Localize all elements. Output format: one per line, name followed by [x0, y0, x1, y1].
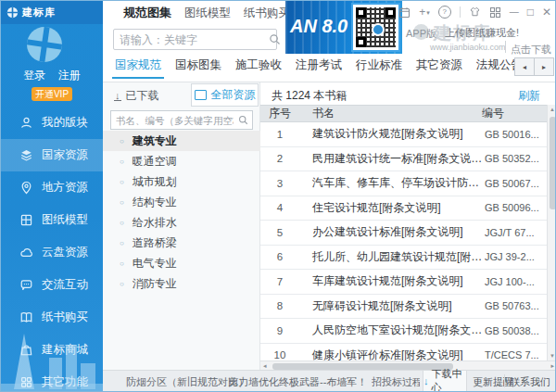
search-icon[interactable]	[269, 33, 281, 45]
tab-construction-acceptance[interactable]: 施工验收	[235, 57, 282, 79]
row-no: 8	[260, 300, 299, 311]
book-search-input[interactable]	[111, 115, 238, 126]
table-row[interactable]: 3汽车库、修车库、停车场设计防火规范[附条文说明]GB 50067...	[260, 171, 547, 196]
nav-tab-scroller: ◂ ▸	[514, 57, 554, 76]
tab-standards-atlas[interactable]: 规范图集	[123, 5, 171, 21]
sidebar-item-community[interactable]: 交流互动	[1, 269, 103, 301]
sidebar-item-label: 交流互动	[42, 277, 88, 293]
notice-link[interactable]: 剪力墙优化终极武器--布墙军！	[228, 375, 367, 389]
tab-drawing-models[interactable]: 图纸模型	[184, 6, 231, 21]
sidebar-item-drawing-models[interactable]: 图纸模型	[1, 204, 103, 236]
maximize-button[interactable]: □	[527, 6, 534, 18]
category-hvac[interactable]: ○暖通空调	[103, 151, 260, 171]
blueprint-icon	[19, 213, 34, 228]
table-row[interactable]: 7车库建筑设计规范[附条文说明]JGJ 100-...	[260, 270, 547, 295]
scroll-right-icon[interactable]: ▸	[550, 362, 554, 370]
skin-icon[interactable]	[469, 6, 481, 19]
tab-national-standards[interactable]: 国家规范	[115, 57, 161, 79]
tab-registration-exam[interactable]: 注册考试	[296, 57, 342, 79]
vertical-scrollbar[interactable]: ▲ ▼	[547, 105, 556, 360]
table-row[interactable]: 5办公建筑设计标准[附条文说明]JGJ/T 67...	[260, 221, 547, 246]
row-name: 汽车库、修车库、停车场设计防火规范[附条文说明]	[299, 175, 485, 191]
table-row[interactable]: 9人民防空地下室设计规范[附条文说明]GB 50038...	[260, 319, 547, 344]
scrollbar-thumb[interactable]	[272, 363, 453, 370]
row-code: JGJ 39-2...	[485, 251, 546, 262]
category-structure[interactable]: ○结构专业	[103, 192, 260, 212]
table-row[interactable]: 1建筑设计防火规范[附条文说明]GB 50016...	[260, 122, 547, 147]
category-architecture[interactable]: ○建筑专业	[103, 131, 260, 151]
refresh-link[interactable]: 刷新	[518, 88, 540, 104]
vip-button[interactable]: 开通VIP	[32, 87, 72, 101]
scroll-down-icon[interactable]: ▼	[548, 353, 556, 359]
tab-industry-standards[interactable]: 行业标准	[356, 57, 402, 79]
download-center-button[interactable]: ↓ 下载中心	[423, 371, 467, 391]
row-no: 3	[260, 178, 299, 189]
tab-paper-purchase[interactable]: 纸书购买	[244, 6, 290, 21]
login-link[interactable]: 登录	[23, 69, 45, 82]
add-dropdown-icon[interactable]: +▾	[419, 6, 430, 18]
main-search-input[interactable]	[114, 33, 269, 46]
tab-next-icon[interactable]: ▸	[535, 57, 554, 76]
table-row[interactable]: 6托儿所、幼儿园建筑设计规范[附条文说明]（2019年...JGJ 39-2..…	[260, 246, 547, 271]
qr-code	[351, 3, 400, 52]
cloud-icon	[19, 246, 34, 260]
sidebar-item-label: 纸书购买	[42, 310, 88, 325]
auth-links: 登录 注册	[1, 68, 103, 83]
sidebar-item-cloud-resources[interactable]: 云盘资源	[1, 236, 103, 269]
close-button[interactable]: ✕	[542, 6, 551, 18]
search-icon[interactable]	[238, 115, 248, 125]
table-body: 1建筑设计防火规范[附条文说明]GB 50016... 2民用建筑设计统一标准[…	[260, 122, 547, 368]
sidebar-item-my-section[interactable]: 我的版块	[1, 107, 103, 139]
category-roads-bridges[interactable]: ○道路桥梁	[103, 233, 260, 253]
table-row[interactable]: 4住宅设计规范[附条文说明]GB 50096...	[260, 196, 547, 221]
tab-national-atlas[interactable]: 国标图集	[175, 57, 221, 79]
help-icon[interactable]: ?	[438, 6, 451, 19]
sidebar-item-label: 其它功能	[42, 374, 88, 390]
register-link[interactable]: 注册	[58, 69, 81, 82]
category-label: 电气专业	[133, 256, 177, 272]
tab-prev-icon[interactable]: ◂	[514, 57, 535, 76]
app-title: 建标库	[22, 6, 56, 19]
sidebar-item-local-resources[interactable]: 地方资源	[1, 171, 103, 204]
downloaded-tab[interactable]: ↓ 已下载	[114, 88, 159, 104]
minimize-button[interactable]: —	[510, 7, 519, 17]
panel-toolbar: ↓ 已下载 全部资源	[103, 82, 260, 108]
scroll-up-icon[interactable]: ▲	[548, 107, 556, 112]
category-label: 结构专业	[133, 195, 177, 210]
category-fire-protection[interactable]: ○消防专业	[103, 273, 260, 294]
notice-link[interactable]: 招投标过程中	[372, 375, 420, 389]
category-electrical[interactable]: ○电气专业	[103, 253, 260, 273]
promo-banner[interactable]: AN 8.0	[285, 1, 402, 54]
category-label: 道路桥梁	[133, 235, 177, 251]
app-header: 建标库	[1, 1, 103, 24]
category-water-supply[interactable]: ○给水排水	[103, 212, 260, 233]
window-controls: +▾ ? — □ ✕	[398, 6, 551, 19]
all-resources-tab[interactable]: 全部资源	[191, 83, 259, 107]
sidebar-item-mall[interactable]: 建标商城	[1, 334, 103, 366]
chat-icon	[19, 278, 34, 293]
category-panel: ↓ 已下载 全部资源 ○建筑专业 ○暖通空调 ○城市规划 ○结构专业 ○给水排水…	[103, 82, 260, 372]
category-urban-planning[interactable]: ○城市规划	[103, 171, 260, 192]
tab-other-resources[interactable]: 其它资源	[416, 57, 462, 79]
row-name: 办公建筑设计标准[附条文说明]	[299, 224, 485, 240]
sidebar-item-other-functions[interactable]: 其它功能	[1, 366, 103, 392]
table-row[interactable]: 8无障碍设计规范[附条文说明]GB 50763...	[260, 295, 547, 320]
update-reminder-link[interactable]: 更新提醒	[473, 375, 513, 389]
table-row[interactable]: 2民用建筑设计统一标准[附条文说明]GB 50352...	[260, 147, 547, 172]
contact-us-link[interactable]: 联系我们	[510, 375, 550, 389]
primary-tabs: 规范图集 图纸模型 纸书购买	[123, 1, 290, 25]
book-count: 共 1224 本书籍	[272, 88, 347, 104]
sidebar-item-national-resources[interactable]: 国家资源	[1, 139, 103, 171]
calendar-icon[interactable]	[398, 6, 411, 19]
category-label: 城市规划	[133, 174, 177, 190]
category-label: 建筑专业	[133, 133, 177, 149]
sidebar-item-paper-books[interactable]: 纸书购买	[1, 301, 103, 334]
layers-icon	[19, 148, 34, 163]
apps-icon[interactable]	[489, 6, 501, 19]
count-row: 共 1224 本书籍 刷新	[260, 82, 556, 105]
download-center-label: 下载中心	[432, 367, 467, 392]
scroll-left-icon[interactable]: ◂	[263, 362, 267, 370]
scrollbar-thumb[interactable]	[550, 117, 556, 209]
row-name: 人民防空地下室设计规范[附条文说明]	[299, 322, 485, 338]
app-version-link[interactable]: APP版	[406, 27, 436, 41]
